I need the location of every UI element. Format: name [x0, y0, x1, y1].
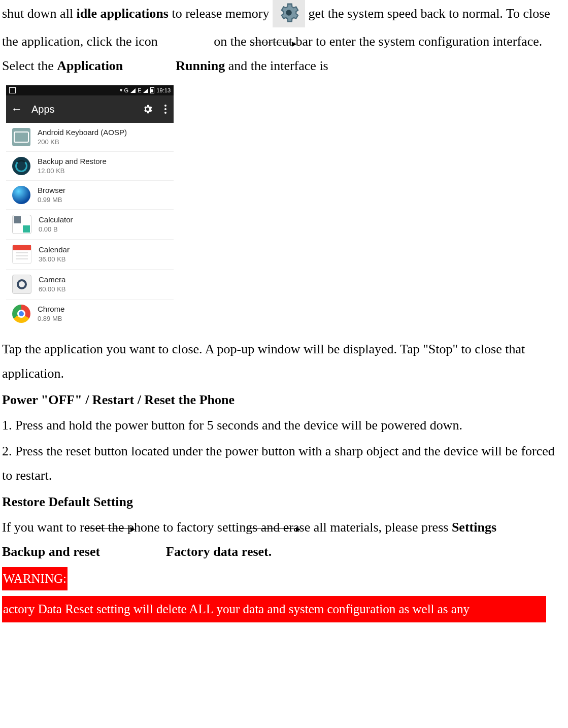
app-size: 0.00 B: [39, 225, 73, 234]
app-size: 0.99 MB: [38, 196, 65, 204]
intro-text: and the interface is: [225, 58, 328, 73]
app-row[interactable]: Android Keyboard (AOSP)200 KB: [6, 123, 174, 152]
app-name: Backup and Restore: [38, 157, 107, 166]
arrow-over-text: gs and era: [246, 520, 299, 535]
app-row[interactable]: Calendar36.00 KB: [6, 240, 174, 270]
app-row[interactable]: Backup and Restore12.00 KB: [6, 152, 174, 181]
app-text: Chrome0.89 MB: [38, 305, 64, 323]
settings-gear-icon: [273, 0, 305, 27]
status-time: 19:13: [156, 87, 171, 94]
app-text: Browser0.99 MB: [38, 186, 65, 204]
phone-header-title: Apps: [31, 103, 133, 115]
bold-idle-apps: idle applications: [77, 6, 169, 21]
status-right: ▾ G E 19:13: [120, 87, 171, 94]
battery-icon: [150, 87, 154, 93]
app-text: Calendar36.00 KB: [39, 245, 70, 263]
app-name: Android Keyboard (AOSP): [38, 128, 127, 137]
power-step-2: 2. Press the reset button located under …: [2, 439, 566, 488]
app-name: Chrome: [38, 305, 64, 314]
restore-paragraph: If you want to reset the phone to factor…: [2, 515, 566, 564]
bold-running: Running: [176, 58, 225, 73]
svg-point-0: [286, 10, 292, 16]
app-text: Backup and Restore12.00 KB: [38, 157, 107, 175]
section-restore-title: Restore Default Setting: [2, 490, 566, 514]
app-name: Calculator: [39, 215, 73, 224]
intro-text: to release memory: [169, 6, 273, 21]
document-page: shut down all idle applications to relea…: [0, 0, 568, 622]
network-e-label: E: [138, 87, 141, 94]
bold-application: Application: [57, 58, 123, 73]
app-size: 0.89 MB: [38, 315, 64, 323]
app-size: 200 KB: [38, 138, 127, 146]
app-size: 12.00 KB: [38, 167, 107, 175]
app-icon: [12, 157, 30, 175]
signal-icon: [143, 88, 148, 93]
app-name: Camera: [39, 275, 66, 284]
app-text: Android Keyboard (AOSP)200 KB: [38, 128, 127, 146]
app-text: Camera60.00 KB: [39, 275, 66, 293]
restore-text: se all materials, please press: [299, 520, 452, 535]
warning-body: actory Data Reset setting will delete AL…: [2, 596, 546, 622]
app-size: 36.00 KB: [39, 255, 70, 263]
vibrate-icon: ▾: [120, 87, 122, 93]
back-arrow-icon[interactable]: ←: [11, 103, 22, 116]
app-name: Calendar: [39, 245, 70, 254]
app-icon: [12, 245, 31, 264]
app-text: Calculator0.00 B: [39, 215, 73, 234]
app-icon: [12, 305, 30, 323]
bold-factory-reset: Factory data reset.: [166, 544, 272, 559]
phone-status-bar: ▾ G E 19:13: [6, 85, 174, 95]
arrow-over-text: shortcut: [250, 34, 295, 49]
intro-text: on the: [214, 34, 250, 49]
restore-text: If you want to r: [2, 520, 84, 535]
section-power-title: Power "OFF" / Restart / Reset the Phone: [2, 388, 566, 412]
restore-text: hone to factory settin: [134, 520, 246, 535]
power-step-1: 1. Press and hold the power button for 5…: [2, 413, 566, 438]
app-size: 60.00 KB: [39, 285, 66, 293]
app-icon: [12, 215, 31, 234]
phone-screenshot: ▾ G E 19:13 ← Apps Android Keyboard (AOS…: [6, 85, 174, 328]
kebab-menu-icon[interactable]: [162, 105, 169, 114]
phone-app-list: Android Keyboard (AOSP)200 KBBackup and …: [6, 123, 174, 328]
warning-label: WARNING:: [2, 567, 68, 590]
settings-gear-icon[interactable]: [142, 104, 153, 115]
app-row[interactable]: Browser0.99 MB: [6, 181, 174, 210]
intro-paragraph: shut down all idle applications to relea…: [2, 0, 566, 78]
app-icon: [12, 186, 30, 204]
signal-icon: [130, 88, 136, 93]
app-icon: [12, 275, 31, 294]
intro-text: shut down all: [2, 6, 77, 21]
bold-settings: Settings: [452, 520, 496, 535]
app-row[interactable]: Camera60.00 KB: [6, 270, 174, 300]
arrow-over-text: eset the p: [84, 520, 134, 535]
app-icon: [12, 128, 30, 146]
status-left: [9, 87, 16, 93]
after-phone-paragraph: Tap the application you want to close. A…: [2, 337, 566, 386]
phone-header-bar: ← Apps: [6, 95, 174, 123]
app-name: Browser: [38, 186, 65, 195]
app-row[interactable]: Chrome0.89 MB: [6, 300, 174, 328]
app-row[interactable]: Calculator0.00 B: [6, 210, 174, 240]
bold-backup-reset: Backup and reset: [2, 544, 100, 559]
notification-icon: [9, 87, 16, 93]
network-g-label: G: [124, 87, 129, 94]
